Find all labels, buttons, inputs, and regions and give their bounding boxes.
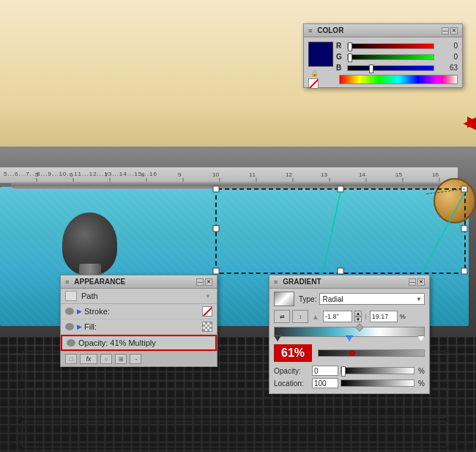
gradient-cursor <box>348 347 357 359</box>
gradient-controls[interactable]: — ✕ <box>409 278 425 286</box>
color-r-label: R <box>336 42 345 50</box>
color-g-slider[interactable] <box>347 54 434 60</box>
appearance-scroll-indicator: ▼ <box>205 293 212 300</box>
opacity-eye-icon[interactable] <box>67 339 75 347</box>
color-r-thumb[interactable] <box>348 42 352 51</box>
fill-arrow-icon: ▶ <box>77 323 82 330</box>
svg-text:6: 6 <box>70 171 73 178</box>
appearance-close-btn[interactable]: ✕ <box>205 278 212 286</box>
color-main-swatch[interactable] <box>308 42 333 67</box>
gradient-opacity-value: 0 <box>314 367 319 375</box>
app-toolbar-square-btn[interactable]: □ <box>65 354 77 364</box>
app-toolbar-delete-btn[interactable]: → <box>130 354 141 364</box>
color-g-value: 0 <box>437 53 458 61</box>
color-g-label: G <box>336 53 345 61</box>
appearance-controls[interactable]: — ✕ <box>196 278 212 286</box>
gradient-icon-btn-1[interactable]: ⇄ <box>274 310 290 323</box>
appearance-fill-row[interactable]: ▶ Fill: <box>61 319 217 335</box>
gradient-stop-active[interactable] <box>346 336 353 341</box>
gradient-icon-btn-2[interactable]: ↕ <box>292 310 308 323</box>
color-b-value: 63 <box>437 64 458 72</box>
gradient-angle-up[interactable]: ▲ <box>354 311 362 316</box>
svg-text:5: 5 <box>35 171 39 178</box>
gradient-preview-swatch[interactable] <box>274 292 294 306</box>
gradient-close-btn[interactable]: ✕ <box>417 278 425 286</box>
gradient-angle-spinners[interactable]: ▲ ▼ <box>354 311 362 322</box>
svg-text:8: 8 <box>141 171 145 178</box>
fill-label: Fill: <box>84 322 202 331</box>
color-r-slider[interactable] <box>347 43 434 49</box>
gradient-location-slider[interactable] <box>341 379 414 387</box>
gradient-location-input[interactable]: 100 <box>312 378 338 388</box>
appearance-titlebar: ≡ APPEARANCE — ✕ <box>61 275 217 289</box>
svg-text:9: 9 <box>178 171 182 178</box>
gradient-angle-input[interactable]: -1.8° <box>323 311 352 322</box>
gradient-triangle-icon: ▲ <box>312 313 319 321</box>
appearance-opacity-row[interactable]: Opacity: 41% Multiply <box>61 335 217 351</box>
gradient-type-value: Radial <box>322 295 343 303</box>
gradient-opacity-label: Opacity: <box>274 367 312 375</box>
color-g-thumb[interactable] <box>348 53 352 62</box>
app-toolbar-fx-btn[interactable]: fx <box>80 354 97 364</box>
no-color-swatch[interactable] <box>308 78 319 89</box>
appearance-title: ≡ APPEARANCE <box>65 278 125 286</box>
appearance-title-text: APPEARANCE <box>74 278 125 286</box>
gradient-opacity-unit: % <box>418 367 425 375</box>
color-panel-title: ≡ COLOR <box>308 26 343 34</box>
appearance-collapse-btn[interactable]: — <box>196 278 204 286</box>
appearance-stroke-row[interactable]: ▶ Stroke: <box>61 304 217 319</box>
gradient-location-value: 100 <box>314 379 327 388</box>
opacity-value: 41% Multiply <box>110 338 155 347</box>
gradient-angle-down[interactable]: ▼ <box>354 316 362 322</box>
color-b-row: B 63 <box>336 64 458 72</box>
color-r-value: 0 <box>437 42 458 50</box>
stroke-swatch[interactable] <box>202 306 212 316</box>
color-b-thumb[interactable] <box>369 64 373 73</box>
fill-eye-icon[interactable] <box>65 323 74 330</box>
color-g-row: G 0 <box>336 53 458 61</box>
ruler-ticks: 5 6 7 8 9 10 11 12 13 14 15 16 <box>0 168 458 182</box>
gradient-percent-display: 61% <box>274 344 312 362</box>
gradient-size-input[interactable]: 19.17 <box>370 311 398 322</box>
color-panel-collapse-btn[interactable]: — <box>442 27 449 34</box>
gradient-opacity-row: Opacity: 0 % <box>274 366 425 376</box>
gradient-arrow-icon: ≡ <box>274 278 278 286</box>
svg-text:16: 16 <box>432 171 439 178</box>
gradient-bar-container <box>274 327 425 337</box>
gradient-type-select[interactable]: Radial ▼ <box>319 293 425 305</box>
color-panel-titlebar: ≡ COLOR — ✕ <box>304 24 462 37</box>
appearance-panel: ≡ APPEARANCE — ✕ Path ▼ ▶ Stroke: ▶ <box>60 275 217 367</box>
stroke-eye-icon[interactable] <box>65 308 74 315</box>
path-thumbnail <box>65 291 77 301</box>
gradient-opacity-slider-thumb[interactable] <box>341 366 346 377</box>
app-toolbar-add-btn[interactable]: ○ <box>100 354 112 364</box>
gradient-opacity-slider[interactable] <box>341 367 414 374</box>
color-panel-body: 🔒 R 0 G 0 B 63 <box>304 37 462 87</box>
gradient-opacity-input[interactable]: 0 <box>312 366 338 376</box>
color-b-label: B <box>336 64 345 72</box>
svg-text:11: 11 <box>249 171 256 178</box>
gradient-bottom-bar[interactable] <box>318 349 425 357</box>
svg-text:7: 7 <box>105 171 108 178</box>
app-toolbar-grid-btn[interactable]: ⊞ <box>115 354 127 364</box>
fill-swatch[interactable] <box>202 322 212 332</box>
gradient-location-label: Location: <box>274 379 312 388</box>
appearance-toolbar: □ fx ○ ⊞ → <box>61 351 217 366</box>
right-roller <box>434 178 476 223</box>
color-panel: ≡ COLOR — ✕ 🔒 R 0 G 0 <box>303 23 463 88</box>
gradient-i-icon: I <box>365 313 367 321</box>
gradient-stop-left[interactable] <box>274 336 281 341</box>
color-panel-controls[interactable]: — ✕ <box>442 27 458 34</box>
gradient-stop-right[interactable] <box>417 336 425 341</box>
gradient-bottom-track <box>318 347 425 359</box>
color-spectrum[interactable] <box>339 75 458 84</box>
color-panel-close-btn[interactable]: ✕ <box>450 27 458 34</box>
gradient-type-dropdown-arrow: ▼ <box>416 296 422 303</box>
spectrum-white-end <box>442 75 457 84</box>
gradient-type-row: Type: Radial ▼ <box>274 292 425 306</box>
gradient-collapse-btn[interactable]: — <box>409 278 416 286</box>
color-b-slider[interactable] <box>347 65 434 71</box>
gradient-title: ≡ GRADIENT <box>274 278 321 286</box>
color-r-row: R 0 <box>336 42 458 50</box>
gradient-controls-row: ⇄ ↕ ▲ -1.8° ▲ ▼ I 19.17 % <box>274 310 425 323</box>
